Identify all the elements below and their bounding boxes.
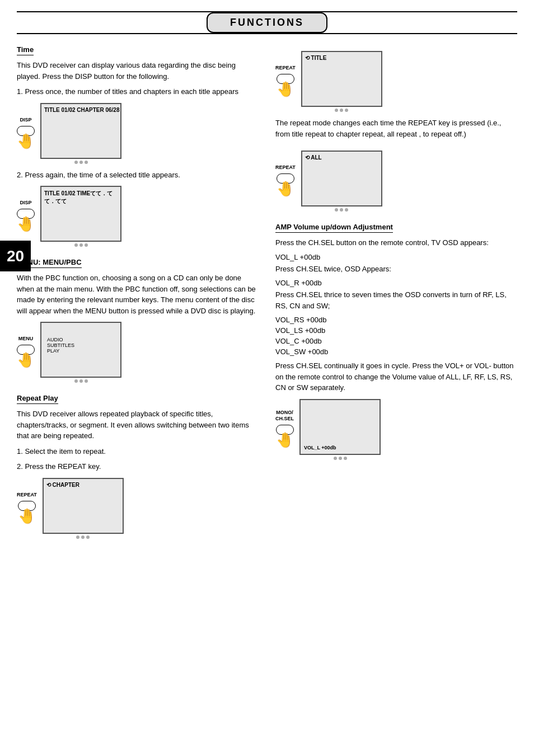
tv-screen-chapter: ⟲ CHAPTER [43,478,124,539]
menu-item-play: PLAY [47,348,118,354]
vol-c: VOL_C +00db [275,337,517,345]
hand-icon-all: 🤚 [277,180,294,198]
amp-line3: Press CH.SEL thrice to seven times the O… [275,289,517,311]
page-header: FUNCTIONS [17,11,517,34]
menu-section: MENU: MENU/PBC With the PBC function on,… [17,258,259,383]
tv-screen-title: ⟲ TITLE [301,51,382,112]
repeat-all-remote: REPEAT 🤚 [275,165,296,198]
repeat-all-illustration: REPEAT 🤚 ⟲ ALL [275,151,517,212]
menu-illustration: MENU 🤚 AUDIO SUBTITLES PLAY [17,322,259,383]
left-column: Time This DVD receiver can display vario… [17,45,259,550]
hand-icon-chsel: 🤚 [276,431,294,449]
tv-screen-1: TITLE 01/02 CHAPTER 06/28 [40,103,121,164]
repeat-title-remote: REPEAT 🤚 [275,65,296,98]
repeat-all-label: REPEAT [275,165,296,170]
time-illustration-2: DISP 🤚 TITLE 01/02 TIMEてて．てて．てて [17,186,259,247]
vol-ls: VOL_LS +00db [275,326,517,335]
page-number: 20 [0,241,31,271]
menu-label: MENU [18,336,34,341]
menu-paragraph: With the PBC function on, choosing a son… [17,273,259,316]
repeat-step2: 2. Press the REPEAT key. [17,461,259,472]
amp-line1: Press the CH.SEL button on the remote co… [275,237,517,248]
chsel-label: MONO/ CH.SEL [275,410,294,422]
repeat-label: REPEAT [17,492,37,497]
tv-screen-menu: AUDIO SUBTITLES PLAY [40,322,121,383]
menu-remote: MENU 🤚 [17,336,35,369]
vol-r: VOL_R +00db [275,279,517,287]
chapter-screen-label: ⟲ CHAPTER [46,482,79,488]
amp-section: AMP Volume up/down Adjustment Press the … [275,223,517,460]
repeat-heading: Repeat Play [17,394,58,404]
hand-icon-menu: 🤚 [17,351,35,369]
menu-items: AUDIO SUBTITLES PLAY [47,337,118,354]
tv-screen-all: ⟲ ALL [301,151,382,212]
hand-icon-title: 🤚 [277,81,294,98]
hand-icon: 🤚 [17,133,35,150]
vol-sw: VOL_SW +00db [275,348,517,356]
repeat-title-label: REPEAT [275,65,296,71]
title-screen-label: ⟲ TITLE [305,55,327,61]
vol-rs: VOL_RS +00db [275,316,517,324]
hand-icon-repeat: 🤚 [18,508,36,525]
time-heading: Time [17,45,34,55]
vol-screen-text: VOL_L +00db [304,445,336,450]
amp-heading: AMP Volume up/down Adjustment [275,223,393,233]
vol-l: VOL_L +00db [275,253,517,261]
repeat-step1: 1. Select the item to repeat. [17,446,259,457]
right-column: REPEAT 🤚 ⟲ TITLE The repeat mode [275,45,517,550]
disp-label: DISP [20,117,31,123]
time-illustration-1: DISP 🤚 TITLE 01/02 CHAPTER 06/28 [17,103,259,164]
repeat-title-illustration: REPEAT 🤚 ⟲ TITLE [275,51,517,112]
amp-line4: Press CH.SEL continually it goes in cycl… [275,360,517,393]
chsel-remote: MONO/ CH.SEL 🤚 [275,410,294,449]
time-step2: 2. Press again, the time of a selected t… [17,170,259,181]
chsel-illustration: MONO/ CH.SEL 🤚 VOL_L +00db [275,399,517,460]
repeat-all-section: REPEAT 🤚 ⟲ ALL [275,151,517,212]
disp-label-2: DISP [20,200,31,205]
tv-screen-vol: VOL_L +00db [299,399,381,460]
time-step1: 1. Press once, the number of titles and … [17,86,259,97]
repeat-paragraph: This DVD receiver allows repeated playba… [17,408,259,442]
menu-item-subtitles: SUBTITLES [47,342,118,348]
hand-icon-2: 🤚 [17,215,35,233]
time-paragraph1: This DVD receiver can display various da… [17,60,259,82]
disp-remote-2: DISP 🤚 [17,200,35,233]
screen1-label: TITLE 01/02 CHAPTER 06/28 [44,107,120,113]
amp-line2: Press CH.SEL twice, OSD Appears: [275,264,517,275]
tv-screen-2: TITLE 01/02 TIMEてて．てて．てて [40,186,121,247]
screen2-label: TITLE 01/02 TIMEてて．てて．てて [44,190,120,205]
repeat-title-paragraph: The repeat mode changes each time the RE… [275,118,517,139]
header-title: FUNCTIONS [230,17,304,28]
repeat-remote: REPEAT 🤚 [17,492,37,525]
repeat-section: Repeat Play This DVD receiver allows rep… [17,394,259,539]
repeat-title-section: REPEAT 🤚 ⟲ TITLE The repeat mode [275,51,517,139]
all-screen-label: ⟲ ALL [305,154,322,161]
time-section: Time This DVD receiver can display vario… [17,45,259,247]
menu-item-audio: AUDIO [47,337,118,342]
disp-remote: DISP 🤚 [17,117,35,150]
repeat-chapter-illustration: REPEAT 🤚 ⟲ CHAPTER [17,478,259,539]
